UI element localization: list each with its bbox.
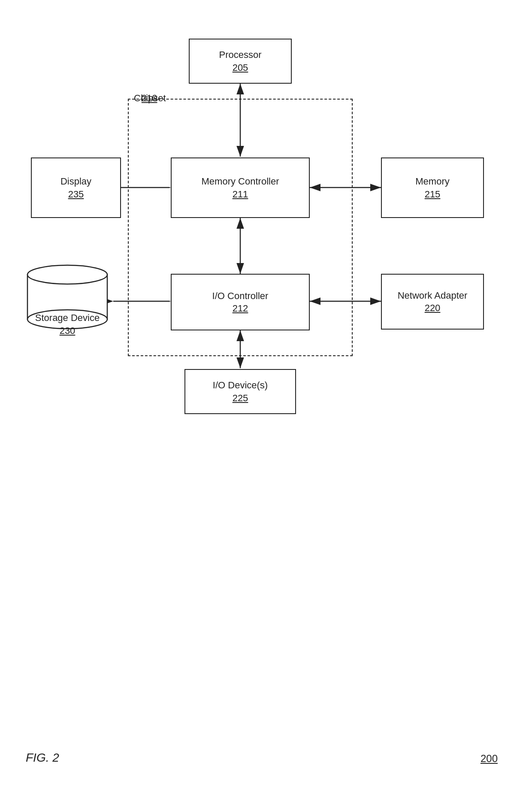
io-controller-number: 212 — [233, 303, 248, 314]
processor-box: Processor 205 — [189, 39, 292, 84]
network-adapter-label: Network Adapter — [398, 290, 468, 302]
memory-controller-number: 211 — [233, 189, 248, 200]
io-devices-box: I/O Device(s) 225 — [184, 369, 296, 414]
memory-box: Memory 215 — [381, 157, 484, 218]
processor-label: Processor — [219, 49, 261, 61]
memory-label: Memory — [415, 176, 449, 188]
chipset-label: Chipset 210 — [134, 93, 157, 104]
display-box: Display 235 — [31, 157, 121, 218]
io-devices-label: I/O Device(s) — [213, 379, 268, 392]
memory-controller-label: Memory Controller — [202, 176, 279, 188]
storage-device-number: 230 — [21, 325, 113, 336]
io-controller-label: I/O Controller — [212, 290, 269, 303]
display-label: Display — [60, 176, 91, 188]
diagram-container: Chipset 210 Processor 205 Memory Control… — [0, 17, 532, 704]
display-number: 235 — [68, 189, 84, 200]
network-adapter-number: 220 — [425, 303, 441, 314]
fig-label: FIG. 2 — [26, 751, 59, 765]
fig-number: 200 — [481, 753, 498, 765]
memory-number: 215 — [425, 189, 441, 200]
storage-device-label: Storage Device — [21, 312, 113, 324]
network-adapter-box: Network Adapter 220 — [381, 274, 484, 330]
processor-number: 205 — [233, 62, 248, 73]
memory-controller-box: Memory Controller 211 — [171, 157, 310, 218]
io-devices-number: 225 — [233, 393, 248, 404]
io-controller-box: I/O Controller 212 — [171, 274, 310, 330]
svg-point-10 — [27, 265, 107, 284]
storage-device-box: Storage Device 230 — [21, 262, 113, 341]
